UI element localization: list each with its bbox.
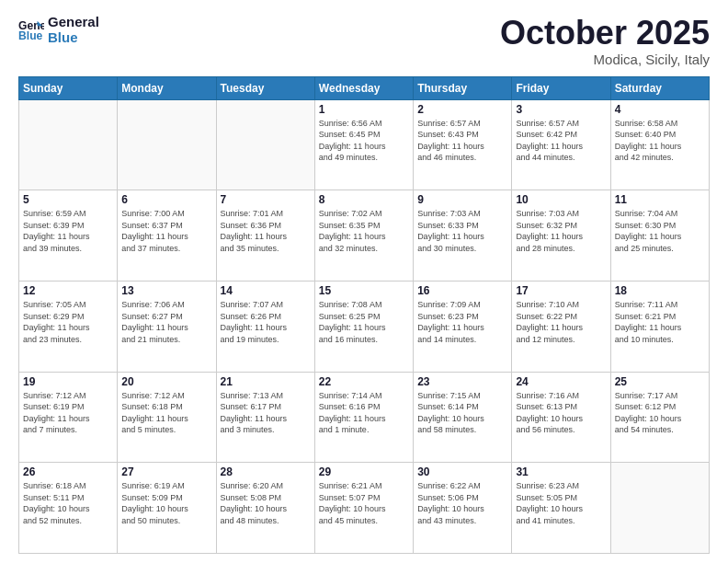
calendar-cell: 31Sunrise: 6:23 AM Sunset: 5:05 PM Dayli…	[512, 463, 610, 554]
day-info: Sunrise: 7:02 AM Sunset: 6:35 PM Dayligh…	[319, 208, 409, 254]
day-info: Sunrise: 7:03 AM Sunset: 6:33 PM Dayligh…	[417, 208, 507, 254]
day-number: 6	[121, 193, 211, 206]
week-row-2: 5Sunrise: 6:59 AM Sunset: 6:39 PM Daylig…	[19, 190, 710, 282]
calendar-cell: 13Sunrise: 7:06 AM Sunset: 6:27 PM Dayli…	[118, 281, 216, 372]
day-number: 25	[615, 375, 705, 388]
day-number: 9	[417, 193, 507, 206]
day-number: 14	[221, 284, 311, 297]
day-header-thursday: Thursday	[414, 76, 512, 99]
day-info: Sunrise: 6:58 AM Sunset: 6:40 PM Dayligh…	[615, 118, 705, 164]
day-info: Sunrise: 7:08 AM Sunset: 6:25 PM Dayligh…	[319, 299, 409, 345]
logo-icon: General Blue	[18, 17, 44, 43]
day-number: 1	[319, 103, 409, 116]
day-number: 27	[121, 465, 211, 478]
page: General Blue General Blue October 2025 M…	[0, 0, 728, 563]
calendar-cell: 20Sunrise: 7:12 AM Sunset: 6:18 PM Dayli…	[118, 372, 216, 463]
calendar-cell: 11Sunrise: 7:04 AM Sunset: 6:30 PM Dayli…	[610, 190, 709, 282]
title-block: October 2025 Modica, Sicily, Italy	[500, 15, 710, 67]
day-info: Sunrise: 7:04 AM Sunset: 6:30 PM Dayligh…	[615, 208, 705, 254]
day-info: Sunrise: 7:07 AM Sunset: 6:26 PM Dayligh…	[221, 299, 311, 345]
day-info: Sunrise: 6:19 AM Sunset: 5:09 PM Dayligh…	[121, 480, 211, 526]
day-info: Sunrise: 6:57 AM Sunset: 6:42 PM Dayligh…	[516, 118, 606, 164]
day-number: 17	[516, 284, 606, 297]
logo-blue: Blue	[48, 30, 99, 46]
calendar-cell: 28Sunrise: 6:20 AM Sunset: 5:08 PM Dayli…	[216, 463, 314, 554]
day-number: 19	[23, 375, 113, 388]
day-number: 7	[221, 193, 311, 206]
day-number: 23	[417, 375, 507, 388]
week-row-3: 12Sunrise: 7:05 AM Sunset: 6:29 PM Dayli…	[19, 281, 710, 372]
day-info: Sunrise: 7:11 AM Sunset: 6:21 PM Dayligh…	[615, 299, 705, 345]
day-number: 5	[23, 193, 113, 206]
day-header-wednesday: Wednesday	[314, 76, 413, 99]
logo: General Blue General Blue	[18, 15, 99, 45]
day-info: Sunrise: 7:06 AM Sunset: 6:27 PM Dayligh…	[121, 299, 211, 345]
day-info: Sunrise: 7:14 AM Sunset: 6:16 PM Dayligh…	[319, 390, 409, 436]
days-header-row: SundayMondayTuesdayWednesdayThursdayFrid…	[19, 76, 710, 99]
calendar-cell: 3Sunrise: 6:57 AM Sunset: 6:42 PM Daylig…	[512, 99, 610, 190]
calendar-cell: 18Sunrise: 7:11 AM Sunset: 6:21 PM Dayli…	[610, 281, 709, 372]
day-number: 28	[221, 465, 311, 478]
day-info: Sunrise: 7:05 AM Sunset: 6:29 PM Dayligh…	[23, 299, 113, 345]
day-number: 11	[615, 193, 705, 206]
day-info: Sunrise: 7:10 AM Sunset: 6:22 PM Dayligh…	[516, 299, 606, 345]
day-info: Sunrise: 6:22 AM Sunset: 5:06 PM Dayligh…	[417, 480, 507, 526]
day-info: Sunrise: 7:17 AM Sunset: 6:12 PM Dayligh…	[615, 390, 705, 436]
day-number: 18	[615, 284, 705, 297]
logo-general: General	[48, 15, 99, 30]
day-number: 15	[319, 284, 409, 297]
calendar-cell: 30Sunrise: 6:22 AM Sunset: 5:06 PM Dayli…	[414, 463, 512, 554]
day-header-saturday: Saturday	[610, 76, 709, 99]
day-number: 4	[615, 103, 705, 116]
month-title: October 2025	[500, 15, 710, 52]
calendar-cell	[216, 99, 314, 190]
day-info: Sunrise: 7:12 AM Sunset: 6:18 PM Dayligh…	[121, 390, 211, 436]
day-info: Sunrise: 7:16 AM Sunset: 6:13 PM Dayligh…	[516, 390, 606, 436]
day-header-monday: Monday	[118, 76, 216, 99]
day-number: 24	[516, 375, 606, 388]
day-info: Sunrise: 6:21 AM Sunset: 5:07 PM Dayligh…	[319, 480, 409, 526]
calendar-cell	[19, 99, 118, 190]
calendar: SundayMondayTuesdayWednesdayThursdayFrid…	[18, 76, 710, 554]
day-info: Sunrise: 7:12 AM Sunset: 6:19 PM Dayligh…	[23, 390, 113, 436]
location: Modica, Sicily, Italy	[500, 52, 710, 67]
svg-text:Blue: Blue	[18, 29, 43, 42]
calendar-cell: 5Sunrise: 6:59 AM Sunset: 6:39 PM Daylig…	[19, 190, 118, 282]
day-number: 20	[121, 375, 211, 388]
day-number: 22	[319, 375, 409, 388]
calendar-cell: 24Sunrise: 7:16 AM Sunset: 6:13 PM Dayli…	[512, 372, 610, 463]
day-number: 3	[516, 103, 606, 116]
day-header-sunday: Sunday	[19, 76, 118, 99]
calendar-cell: 26Sunrise: 6:18 AM Sunset: 5:11 PM Dayli…	[19, 463, 118, 554]
calendar-cell: 25Sunrise: 7:17 AM Sunset: 6:12 PM Dayli…	[610, 372, 709, 463]
day-info: Sunrise: 7:03 AM Sunset: 6:32 PM Dayligh…	[516, 208, 606, 254]
calendar-cell: 17Sunrise: 7:10 AM Sunset: 6:22 PM Dayli…	[512, 281, 610, 372]
day-info: Sunrise: 7:13 AM Sunset: 6:17 PM Dayligh…	[221, 390, 311, 436]
day-number: 16	[417, 284, 507, 297]
calendar-cell: 1Sunrise: 6:56 AM Sunset: 6:45 PM Daylig…	[314, 99, 413, 190]
day-number: 8	[319, 193, 409, 206]
day-number: 10	[516, 193, 606, 206]
calendar-cell: 4Sunrise: 6:58 AM Sunset: 6:40 PM Daylig…	[610, 99, 709, 190]
day-number: 30	[417, 465, 507, 478]
calendar-cell: 7Sunrise: 7:01 AM Sunset: 6:36 PM Daylig…	[216, 190, 314, 282]
day-header-tuesday: Tuesday	[216, 76, 314, 99]
calendar-cell: 16Sunrise: 7:09 AM Sunset: 6:23 PM Dayli…	[414, 281, 512, 372]
calendar-cell: 6Sunrise: 7:00 AM Sunset: 6:37 PM Daylig…	[118, 190, 216, 282]
calendar-cell: 15Sunrise: 7:08 AM Sunset: 6:25 PM Dayli…	[314, 281, 413, 372]
day-info: Sunrise: 6:56 AM Sunset: 6:45 PM Dayligh…	[319, 118, 409, 164]
calendar-cell: 9Sunrise: 7:03 AM Sunset: 6:33 PM Daylig…	[414, 190, 512, 282]
day-header-friday: Friday	[512, 76, 610, 99]
day-number: 26	[23, 465, 113, 478]
header: General Blue General Blue October 2025 M…	[18, 15, 710, 67]
calendar-cell: 21Sunrise: 7:13 AM Sunset: 6:17 PM Dayli…	[216, 372, 314, 463]
day-info: Sunrise: 7:01 AM Sunset: 6:36 PM Dayligh…	[221, 208, 311, 254]
day-number: 29	[319, 465, 409, 478]
calendar-cell: 19Sunrise: 7:12 AM Sunset: 6:19 PM Dayli…	[19, 372, 118, 463]
day-info: Sunrise: 7:09 AM Sunset: 6:23 PM Dayligh…	[417, 299, 507, 345]
day-number: 12	[23, 284, 113, 297]
day-number: 31	[516, 465, 606, 478]
week-row-4: 19Sunrise: 7:12 AM Sunset: 6:19 PM Dayli…	[19, 372, 710, 463]
day-info: Sunrise: 6:57 AM Sunset: 6:43 PM Dayligh…	[417, 118, 507, 164]
week-row-5: 26Sunrise: 6:18 AM Sunset: 5:11 PM Dayli…	[19, 463, 710, 554]
